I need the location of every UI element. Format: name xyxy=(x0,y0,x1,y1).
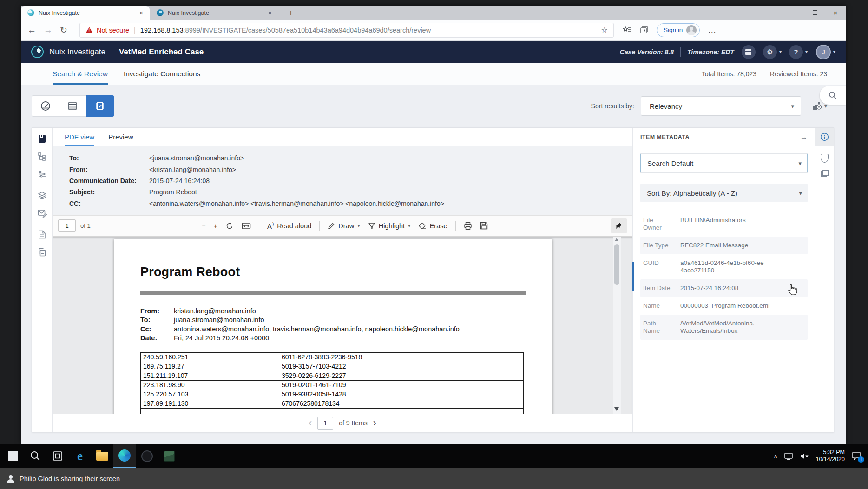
user-caret-icon[interactable] xyxy=(833,50,835,54)
sign-in-button[interactable]: Sign in xyxy=(657,23,700,37)
email-field-row: Subject: Program Reboot xyxy=(53,186,632,198)
browser-tab-2[interactable]: Nuix Investigate xyxy=(150,6,278,20)
favorites-bar-icon[interactable] xyxy=(623,26,631,34)
user-avatar[interactable]: J xyxy=(816,45,831,59)
not-secure-label[interactable]: Not secure xyxy=(97,26,129,34)
settings-caret-icon[interactable] xyxy=(779,50,782,54)
metadata-profile-dropdown[interactable]: Search Default xyxy=(640,154,808,172)
email-header: To: <juana.stroman@monahan.info> From: <… xyxy=(53,146,632,215)
package-app-button[interactable] xyxy=(158,444,180,468)
layers-icon[interactable] xyxy=(38,191,46,200)
nuix-favicon xyxy=(157,9,164,16)
save-icon[interactable] xyxy=(480,222,488,230)
case-name: VetMed Enriched Case xyxy=(119,47,204,57)
metadata-row: File Type RFC822 Email Message xyxy=(640,237,808,254)
settings-gear-icon[interactable] xyxy=(763,45,777,59)
collapse-panel-icon[interactable] xyxy=(800,133,808,141)
scroll-up-icon[interactable] xyxy=(615,238,618,241)
back-icon[interactable] xyxy=(27,26,36,34)
tab-title: Nuix Investigate xyxy=(39,10,138,16)
fit-width-icon[interactable] xyxy=(242,222,251,230)
profile-avatar-icon xyxy=(686,25,697,35)
app-window-button[interactable] xyxy=(136,444,158,468)
prev-item-icon[interactable] xyxy=(309,418,312,428)
zoom-out-icon[interactable] xyxy=(202,223,205,230)
refresh-icon[interactable] xyxy=(60,26,67,34)
metadata-header: ITEM METADATA xyxy=(633,128,815,146)
pdf-scrollbar[interactable] xyxy=(613,237,621,414)
review-view-button[interactable] xyxy=(86,95,114,117)
tab-pdf-view[interactable]: PDF view xyxy=(65,128,94,146)
metadata-sort-dropdown[interactable]: Sort By: Alphabetically (A - Z) xyxy=(640,184,808,202)
add-widget-icon[interactable] xyxy=(811,100,827,112)
copy-duplicates-icon[interactable] xyxy=(38,248,46,257)
annotate-save-icon[interactable] xyxy=(38,134,46,143)
case-archive-icon[interactable] xyxy=(742,45,756,59)
edge-browser-button[interactable] xyxy=(113,444,136,468)
print-icon[interactable] xyxy=(464,222,472,230)
metadata-info-tab[interactable] xyxy=(815,128,834,146)
scrollbar-thumb[interactable] xyxy=(614,244,619,285)
minimize-button[interactable] xyxy=(784,6,805,20)
taskbar-search-button[interactable] xyxy=(24,444,46,468)
notification-badge: 1 xyxy=(858,456,864,463)
collections-icon[interactable] xyxy=(640,26,649,34)
viewer-tabs: PDF view Preview xyxy=(53,128,632,146)
browser-tab-strip: Nuix Investigate Nuix Investigate xyxy=(21,6,846,20)
task-view-button[interactable] xyxy=(46,444,69,468)
next-item-icon[interactable] xyxy=(373,418,376,428)
forward-icon[interactable] xyxy=(44,26,53,34)
network-icon[interactable] xyxy=(784,452,793,460)
erase-button[interactable]: Erase xyxy=(419,222,447,230)
address-bar[interactable]: Not secure | 192.168.8.153 :8999/INVESTI… xyxy=(79,23,614,38)
sort-results-dropdown[interactable]: Relevancy xyxy=(641,96,801,116)
metadata-row: Name 00000003_Program Reboot.eml xyxy=(640,297,808,315)
sharing-status-text: Philip Glod is sharing their screen xyxy=(20,475,120,482)
close-button[interactable] xyxy=(825,6,846,20)
sort-results-label: Sort results by: xyxy=(591,102,634,110)
filters-icon[interactable] xyxy=(38,170,46,178)
volume-muted-icon[interactable] xyxy=(800,452,809,460)
read-aloud-button[interactable]: Read aloud xyxy=(267,222,311,230)
help-icon[interactable] xyxy=(789,45,803,59)
document-icon[interactable] xyxy=(38,230,46,239)
pdf-page-area[interactable]: Program Reboot From: kristan.lang@monaha… xyxy=(53,237,632,414)
file-explorer-button[interactable] xyxy=(91,444,113,468)
edge-legacy-button[interactable] xyxy=(69,444,91,468)
tree-view-icon[interactable] xyxy=(38,152,46,161)
zoom-in-icon[interactable] xyxy=(214,223,217,230)
action-center-button[interactable]: 1 xyxy=(851,451,861,461)
email-edit-icon[interactable] xyxy=(38,209,47,218)
tab-investigate-connections[interactable]: Investigate Connections xyxy=(124,63,200,85)
layout-panes-tab[interactable] xyxy=(821,170,829,177)
taskbar-clock[interactable]: 5:32 PM 10/14/2020 xyxy=(815,449,845,463)
list-view-button[interactable] xyxy=(59,95,86,117)
results-toolbar: Sort results by: Relevancy xyxy=(32,95,827,117)
review-help-tab[interactable] xyxy=(821,154,829,163)
new-tab-button[interactable] xyxy=(285,8,297,18)
highlight-button[interactable]: Highlight xyxy=(368,222,411,230)
not-secure-warning-icon[interactable] xyxy=(85,27,93,33)
tab-close-icon[interactable] xyxy=(266,9,274,17)
browser-tab-1[interactable]: Nuix Investigate xyxy=(21,6,150,20)
pdf-document-page: Program Reboot From: kristan.lang@monaha… xyxy=(114,239,552,414)
metadata-scroll-indicator[interactable] xyxy=(632,262,634,291)
start-button[interactable] xyxy=(2,444,24,468)
help-caret-icon[interactable] xyxy=(805,50,808,54)
scroll-down-icon[interactable] xyxy=(614,407,619,411)
dashboard-view-button[interactable] xyxy=(32,95,59,117)
item-page-input[interactable] xyxy=(317,417,333,430)
pdf-page-input[interactable] xyxy=(58,219,76,232)
tab-close-icon[interactable] xyxy=(138,9,145,17)
favorite-star-icon[interactable] xyxy=(601,26,608,34)
pin-toolbar-icon[interactable] xyxy=(611,218,627,233)
tab-preview[interactable]: Preview xyxy=(108,128,133,146)
tray-expand-icon[interactable] xyxy=(774,453,778,459)
system-tray: 5:32 PM 10/14/2020 1 xyxy=(774,449,866,463)
draw-button[interactable]: Draw xyxy=(328,222,360,230)
maximize-button[interactable] xyxy=(805,6,825,20)
doc-field-row: Date: Fri, 24 Jul 2015 20:24:08 +0000 xyxy=(140,334,530,343)
tab-search-review[interactable]: Search & Review xyxy=(53,63,108,85)
rotate-icon[interactable] xyxy=(225,222,234,230)
browser-menu-icon[interactable] xyxy=(708,26,716,34)
